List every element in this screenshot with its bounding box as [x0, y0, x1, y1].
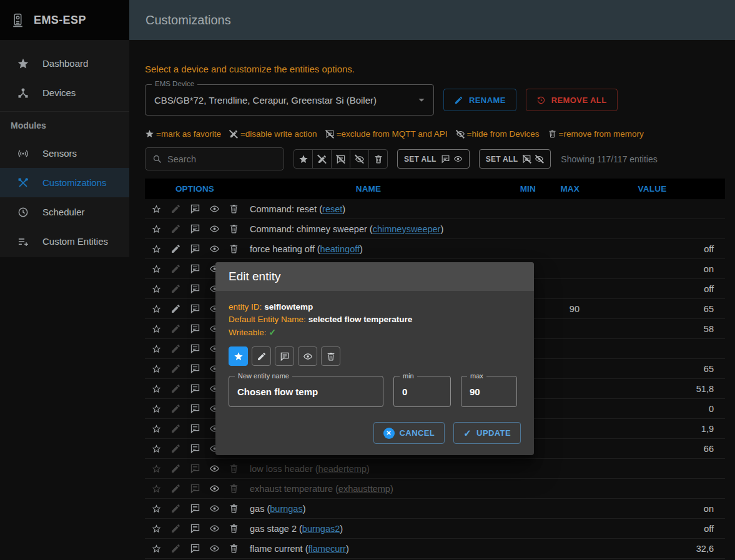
- max-field-wrap: max: [461, 376, 517, 407]
- entity-id-value: selflowtemp: [264, 302, 313, 312]
- default-name-line: Default Entity Name:selected flow temper…: [229, 313, 521, 326]
- max-input[interactable]: [470, 386, 508, 397]
- writeable-check-icon: ✓: [269, 327, 277, 337]
- default-name-value: selected flow temperature: [308, 315, 413, 324]
- dialog-star-toggle[interactable]: [229, 346, 248, 366]
- dialog-edit-toggle[interactable]: [252, 346, 271, 366]
- dialog-eye-toggle[interactable]: [298, 346, 317, 366]
- dialog-title: Edit entity: [215, 262, 534, 291]
- dialog-fields: New entity name min max: [229, 376, 521, 407]
- entity-id-line: entity ID:selflowtemp: [229, 301, 521, 313]
- dialog-option-toggles: [229, 346, 521, 366]
- new-entity-name-input[interactable]: [237, 386, 375, 397]
- update-button[interactable]: ✓ UPDATE: [453, 422, 521, 444]
- dialog-actions: ✕ CANCEL ✓ UPDATE: [229, 422, 521, 444]
- edit-entity-dialog: Edit entity entity ID:selflowtemp Defaul…: [215, 262, 534, 455]
- min-field-wrap: min: [393, 376, 451, 407]
- writeable-line: Writeable:✓: [229, 326, 521, 339]
- dialog-body: entity ID:selflowtemp Default Entity Nam…: [215, 291, 534, 455]
- dialog-chat-toggle[interactable]: [275, 346, 294, 366]
- cancel-button[interactable]: ✕ CANCEL: [373, 422, 445, 444]
- dialog-delete-toggle[interactable]: [321, 346, 340, 366]
- new-entity-name-field-wrap: New entity name: [229, 376, 383, 407]
- cancel-icon: ✕: [383, 428, 395, 439]
- ems-esp-app: EMS-ESP Dashboard Devices Modules Sensor…: [0, 0, 735, 560]
- update-check-icon: ✓: [463, 428, 471, 439]
- min-input[interactable]: [402, 386, 442, 397]
